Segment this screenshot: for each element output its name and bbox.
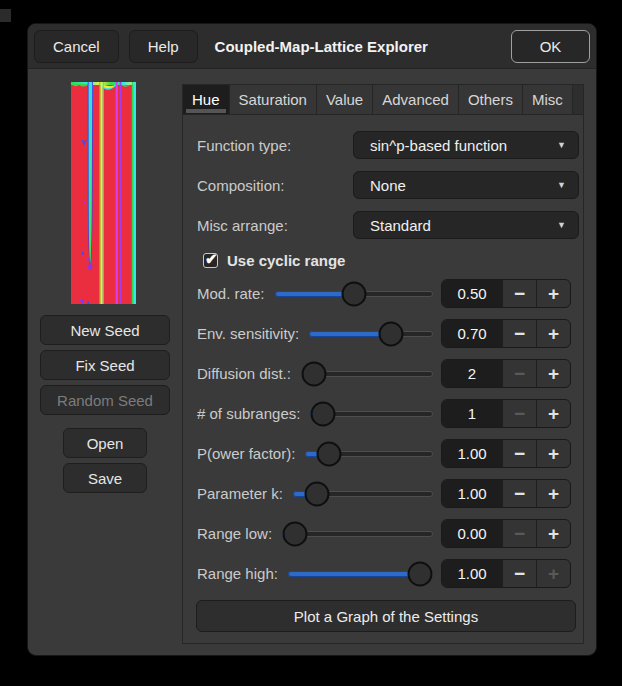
power-factor-label: P(ower factor): <box>197 445 295 462</box>
num-subranges-value[interactable]: 1 <box>442 400 502 427</box>
open-button[interactable]: Open <box>63 428 147 458</box>
power-factor-slider[interactable] <box>305 439 433 468</box>
chevron-down-icon: ▼ <box>557 140 566 150</box>
minus-button[interactable]: − <box>502 440 536 467</box>
minus-button[interactable]: − <box>502 520 536 547</box>
chevron-down-icon: ▼ <box>557 180 566 190</box>
function-type-dropdown[interactable]: sin^p-based function ▼ <box>353 131 579 159</box>
power-factor-row: P(ower factor): 1.00 − + <box>197 439 571 468</box>
env-sensitivity-spinbox: 0.70 − + <box>441 319 571 348</box>
range-high-row: Range high: 1.00 − + <box>197 559 571 588</box>
tab-hue[interactable]: Hue <box>183 85 230 114</box>
plus-button[interactable]: + <box>536 440 570 467</box>
misc-arrange-value: Standard <box>370 217 557 234</box>
range-low-label: Range low: <box>197 525 272 542</box>
num-subranges-slider[interactable] <box>310 399 433 428</box>
window-title: Coupled-Map-Lattice Explorer <box>215 38 428 55</box>
fix-seed-button[interactable]: Fix Seed <box>40 350 170 380</box>
use-cyclic-range-checkbox[interactable]: ✔ <box>203 253 218 268</box>
range-high-spinbox: 1.00 − + <box>441 559 571 588</box>
minus-button[interactable]: − <box>502 360 536 387</box>
slider-handle[interactable] <box>341 281 366 306</box>
slider-handle[interactable] <box>378 321 403 346</box>
num-subranges-label: # of subranges: <box>197 405 300 422</box>
range-low-row: Range low: 0.00 − + <box>197 519 571 548</box>
cml-preview-graphic <box>71 82 136 304</box>
range-low-spinbox: 0.00 − + <box>441 519 571 548</box>
new-seed-button[interactable]: New Seed <box>40 315 170 345</box>
titlebar: Cancel Help Coupled-Map-Lattice Explorer… <box>28 24 596 69</box>
range-low-value[interactable]: 0.00 <box>442 520 502 547</box>
num-subranges-row: # of subranges: 1 − + <box>197 399 571 428</box>
minus-button[interactable]: − <box>502 560 536 587</box>
minus-button[interactable]: − <box>502 480 536 507</box>
plus-button[interactable]: + <box>536 280 570 307</box>
env-sensitivity-row: Env. sensitivity: 0.70 − + <box>197 319 571 348</box>
range-high-label: Range high: <box>197 565 278 582</box>
minus-button[interactable]: − <box>502 280 536 307</box>
power-factor-spinbox: 1.00 − + <box>441 439 571 468</box>
env-sensitivity-value[interactable]: 0.70 <box>442 320 502 347</box>
plus-button[interactable]: + <box>536 480 570 507</box>
background-window-fragment <box>0 9 11 22</box>
env-sensitivity-slider[interactable] <box>309 319 433 348</box>
diffusion-dist-label: Diffusion dist.: <box>197 365 291 382</box>
minus-button[interactable]: − <box>502 400 536 427</box>
minus-button[interactable]: − <box>502 320 536 347</box>
plus-button[interactable]: + <box>536 360 570 387</box>
range-high-slider[interactable] <box>288 559 433 588</box>
plus-button[interactable]: + <box>536 320 570 347</box>
misc-arrange-row: Misc arrange: Standard ▼ <box>197 211 571 239</box>
parameter-k-value[interactable]: 1.00 <box>442 480 502 507</box>
plus-button[interactable]: + <box>536 560 570 587</box>
function-type-value: sin^p-based function <box>370 137 557 154</box>
power-factor-value[interactable]: 1.00 <box>442 440 502 467</box>
range-low-slider[interactable] <box>282 519 433 548</box>
slider-handle[interactable] <box>311 401 336 426</box>
settings-notebook: Hue Saturation Value Advanced Others Mis… <box>182 84 584 644</box>
misc-arrange-dropdown[interactable]: Standard ▼ <box>353 211 579 239</box>
tab-value[interactable]: Value <box>317 85 373 114</box>
parameter-k-slider[interactable] <box>293 479 433 508</box>
use-cyclic-range-label: Use cyclic range <box>227 252 345 269</box>
diffusion-dist-slider[interactable] <box>301 359 433 388</box>
num-subranges-spinbox: 1 − + <box>441 399 571 428</box>
tab-others[interactable]: Others <box>459 85 523 114</box>
plus-button[interactable]: + <box>536 400 570 427</box>
plot-graph-button[interactable]: Plot a Graph of the Settings <box>196 600 576 632</box>
tab-misc[interactable]: Misc <box>523 85 573 114</box>
help-button[interactable]: Help <box>129 30 198 63</box>
mod-rate-row: Mod. rate: 0.50 − + <box>197 279 571 308</box>
save-button[interactable]: Save <box>63 463 147 493</box>
tab-strip-filler <box>573 85 583 114</box>
plus-button[interactable]: + <box>536 520 570 547</box>
slider-handle[interactable] <box>316 441 341 466</box>
slider-handle[interactable] <box>305 481 330 506</box>
composition-value: None <box>370 177 557 194</box>
slider-handle[interactable] <box>301 361 326 386</box>
parameter-k-spinbox: 1.00 − + <box>441 479 571 508</box>
tab-saturation[interactable]: Saturation <box>230 85 317 114</box>
cancel-button[interactable]: Cancel <box>34 30 119 63</box>
use-cyclic-range-row: ✔ Use cyclic range <box>203 252 345 268</box>
range-high-value[interactable]: 1.00 <box>442 560 502 587</box>
tab-advanced[interactable]: Advanced <box>373 85 459 114</box>
diffusion-dist-value[interactable]: 2 <box>442 360 502 387</box>
composition-label: Composition: <box>197 177 285 194</box>
slider-handle[interactable] <box>408 561 433 586</box>
random-seed-button: Random Seed <box>40 385 170 415</box>
composition-dropdown[interactable]: None ▼ <box>353 171 579 199</box>
mod-rate-value[interactable]: 0.50 <box>442 280 502 307</box>
slider-handle[interactable] <box>283 521 308 546</box>
screenshot-background: Cancel Help Coupled-Map-Lattice Explorer… <box>0 0 622 686</box>
parameter-k-label: Parameter k: <box>197 485 283 502</box>
ok-button[interactable]: OK <box>511 30 590 63</box>
mod-rate-label: Mod. rate: <box>197 285 265 302</box>
mod-rate-spinbox: 0.50 − + <box>441 279 571 308</box>
function-type-label: Function type: <box>197 137 291 154</box>
diffusion-dist-spinbox: 2 − + <box>441 359 571 388</box>
preview-image[interactable] <box>71 82 136 304</box>
mod-rate-slider[interactable] <box>275 279 433 308</box>
misc-arrange-label: Misc arrange: <box>197 217 288 234</box>
diffusion-dist-row: Diffusion dist.: 2 − + <box>197 359 571 388</box>
